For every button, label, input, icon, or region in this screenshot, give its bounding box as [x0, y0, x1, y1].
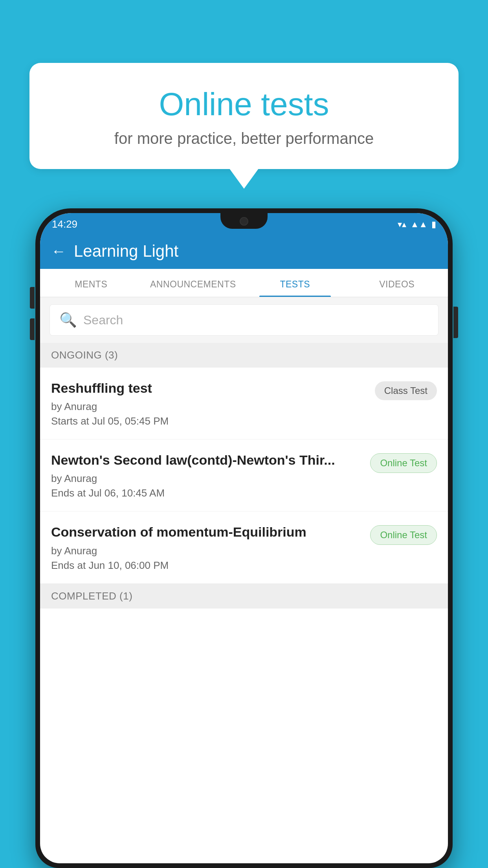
- tab-videos[interactable]: VIDEOS: [346, 279, 448, 297]
- test-item[interactable]: Newton's Second law(contd)-Newton's Thir…: [40, 440, 448, 511]
- completed-section-header: COMPLETED (1): [40, 584, 448, 609]
- battery-icon: ▮: [431, 219, 436, 230]
- tab-ments[interactable]: MENTS: [40, 279, 142, 297]
- test-author: by Anurag: [51, 401, 367, 413]
- test-info: Conservation of momentum-Equilibrium by …: [51, 523, 362, 571]
- search-bar[interactable]: 🔍 Search: [50, 304, 438, 336]
- volume-down-button: [30, 318, 35, 340]
- test-name: Newton's Second law(contd)-Newton's Thir…: [51, 451, 362, 469]
- test-author: by Anurag: [51, 545, 362, 557]
- search-icon: 🔍: [59, 312, 77, 328]
- test-info: Newton's Second law(contd)-Newton's Thir…: [51, 451, 362, 499]
- app-title: Learning Light: [74, 242, 178, 261]
- status-time: 14:29: [52, 218, 77, 230]
- volume-up-button: [30, 287, 35, 309]
- test-author: by Anurag: [51, 473, 362, 485]
- app-header: ← Learning Light: [40, 234, 448, 269]
- search-container: 🔍 Search: [40, 297, 448, 343]
- test-date: Ends at Jun 10, 06:00 PM: [51, 559, 362, 572]
- phone-frame: 14:29 ▾▴ ▲▲ ▮ ← Learning Light MENTS ANN…: [35, 208, 453, 868]
- test-date: Ends at Jul 06, 10:45 AM: [51, 487, 362, 499]
- ongoing-section-header: ONGOING (3): [40, 343, 448, 368]
- tab-tests[interactable]: TESTS: [244, 279, 346, 297]
- front-camera: [240, 217, 248, 226]
- test-name: Reshuffling test: [51, 379, 367, 397]
- promo-card: Online tests for more practice, better p…: [29, 63, 459, 169]
- test-info: Reshuffling test by Anurag Starts at Jul…: [51, 379, 367, 427]
- signal-icon: ▲▲: [410, 219, 427, 230]
- tab-announcements[interactable]: ANNOUNCEMENTS: [142, 279, 244, 297]
- test-name: Conservation of momentum-Equilibrium: [51, 523, 362, 541]
- phone-screen: 14:29 ▾▴ ▲▲ ▮ ← Learning Light MENTS ANN…: [40, 213, 448, 863]
- test-list: Reshuffling test by Anurag Starts at Jul…: [40, 368, 448, 584]
- test-date: Starts at Jul 05, 05:45 PM: [51, 415, 367, 427]
- test-badge-class: Class Test: [375, 381, 437, 400]
- test-badge-online: Online Test: [370, 525, 437, 545]
- tab-bar: MENTS ANNOUNCEMENTS TESTS VIDEOS: [40, 269, 448, 297]
- promo-subtitle: for more practice, better performance: [53, 130, 435, 147]
- phone-notch: [220, 213, 268, 229]
- test-item[interactable]: Conservation of momentum-Equilibrium by …: [40, 511, 448, 583]
- status-icons: ▾▴ ▲▲ ▮: [398, 219, 436, 230]
- test-item[interactable]: Reshuffling test by Anurag Starts at Jul…: [40, 368, 448, 440]
- power-button: [453, 307, 458, 338]
- promo-title: Online tests: [53, 86, 435, 122]
- wifi-icon: ▾▴: [398, 219, 406, 230]
- search-placeholder: Search: [83, 313, 123, 327]
- test-badge-online: Online Test: [370, 453, 437, 473]
- back-button[interactable]: ←: [51, 243, 66, 260]
